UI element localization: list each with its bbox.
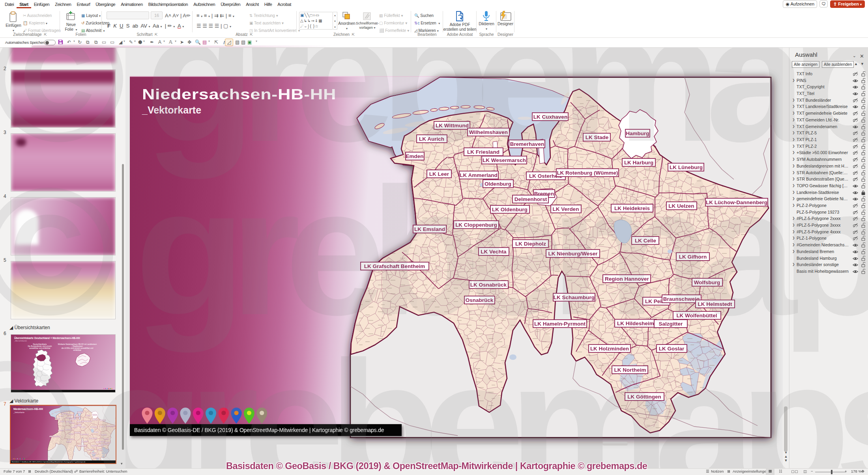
svg-text:Hamburg: Hamburg (626, 130, 649, 136)
svg-text:LK Osnabrück: LK Osnabrück (470, 282, 507, 288)
svg-text:Delmenhorst: Delmenhorst (514, 196, 547, 202)
svg-text:LK Holzminden: LK Holzminden (590, 346, 629, 352)
svg-text:Salzgitter: Salzgitter (659, 321, 683, 327)
svg-text:Braunschweig: Braunschweig (663, 296, 700, 302)
svg-text:Wolfsburg: Wolfsburg (694, 279, 720, 285)
svg-text:LK Verden: LK Verden (553, 206, 579, 212)
svg-text:LK Göttingen: LK Göttingen (627, 394, 661, 400)
svg-text:LK Helmstedt: LK Helmstedt (698, 301, 732, 307)
svg-text:LK Gifhorn: LK Gifhorn (679, 254, 707, 260)
svg-text:LK Stade: LK Stade (586, 134, 609, 140)
svg-text:LK Leer: LK Leer (429, 171, 449, 177)
svg-text:LK Schaumburg: LK Schaumburg (554, 294, 595, 300)
svg-text:Emden: Emden (406, 153, 423, 159)
svg-text:LK Friesland: LK Friesland (467, 149, 499, 155)
svg-text:LK Grafschaft Bentheim: LK Grafschaft Bentheim (364, 263, 425, 269)
svg-text:Osnabrück: Osnabrück (466, 297, 494, 303)
svg-text:Bremerhaven: Bremerhaven (510, 141, 544, 147)
svg-text:LK Uelzen: LK Uelzen (668, 203, 694, 209)
svg-text:Wilhelmshaven: Wilhelmshaven (469, 129, 508, 135)
svg-text:Oldenburg: Oldenburg (485, 181, 511, 187)
svg-text:LK Lüchow-Dannenberg: LK Lüchow-Dannenberg (706, 199, 767, 205)
svg-text:LK Oldenburg: LK Oldenburg (492, 207, 528, 212)
svg-text:LK Wolfenbüttel: LK Wolfenbüttel (676, 313, 717, 319)
svg-text:LK Hildesheim: LK Hildesheim (617, 320, 654, 326)
svg-text:LK Aurich: LK Aurich (419, 136, 444, 142)
svg-text:LK Wesermarsch: LK Wesermarsch (483, 157, 526, 163)
svg-text:LK Emsland: LK Emsland (414, 226, 445, 232)
svg-text:LK Vechta: LK Vechta (481, 249, 507, 255)
svg-text:LK Ammerland: LK Ammerland (460, 172, 498, 178)
svg-text:LK Goslar: LK Goslar (659, 346, 685, 352)
svg-text:LK Harburg: LK Harburg (624, 160, 653, 166)
svg-text:LK Celle: LK Celle (635, 238, 657, 244)
svg-text:LK Wittmund: LK Wittmund (436, 123, 469, 129)
svg-text:LK Diepholz: LK Diepholz (515, 241, 546, 247)
svg-text:LK Cuxhaven: LK Cuxhaven (533, 114, 567, 120)
svg-text:LK Rotenburg (Wümme): LK Rotenburg (Wümme) (557, 170, 618, 176)
svg-text:LK Hameln-Pyrmont: LK Hameln-Pyrmont (534, 321, 586, 327)
svg-text:LK Nienburg/Weser: LK Nienburg/Weser (548, 251, 598, 257)
svg-text:Region Hannover: Region Hannover (605, 276, 649, 282)
svg-text:LK Lüneburg: LK Lüneburg (670, 164, 703, 170)
svg-text:LK Northeim: LK Northeim (614, 367, 646, 373)
svg-text:LK Cloppenburg: LK Cloppenburg (455, 222, 497, 228)
svg-text:LK Heidekreis: LK Heidekreis (614, 205, 650, 211)
